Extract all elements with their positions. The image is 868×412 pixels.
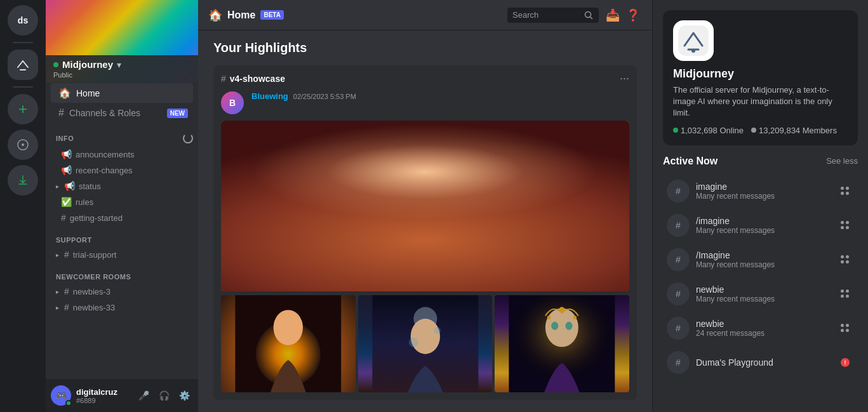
card-more-button[interactable]: ··· bbox=[620, 72, 629, 85]
user-avatar[interactable]: 🎮 bbox=[51, 385, 71, 406]
svg-point-27 bbox=[566, 322, 573, 330]
message-author: Bluewing bbox=[251, 91, 288, 101]
highlights-title: Your Highlights bbox=[213, 41, 637, 55]
channel-status[interactable]: ▸ 📢 status bbox=[51, 178, 193, 194]
new-badge: NEW bbox=[167, 109, 188, 118]
hash-icon: # bbox=[61, 213, 66, 223]
svg-point-7 bbox=[401, 185, 413, 200]
channel-recent-changes[interactable]: 📢 recent-changes bbox=[51, 163, 193, 178]
active-channel-icon-2: # bbox=[667, 248, 690, 271]
loading-indicator bbox=[183, 133, 193, 143]
server-stats: 1,032,698 Online 13,209,834 Members bbox=[673, 126, 837, 135]
message-meta: Bluewing 02/25/2023 5:53 PM bbox=[251, 91, 629, 101]
active-info-1: /imagine Many recent messages bbox=[696, 216, 830, 235]
user-bar: 🎮 digitalcruz #6889 🎤 🎧 ⚙️ bbox=[46, 379, 198, 412]
search-icon bbox=[584, 10, 594, 20]
add-server-button[interactable]: + bbox=[8, 94, 38, 124]
server-online-indicator bbox=[53, 62, 58, 67]
server-menu-icon: ▾ bbox=[117, 60, 121, 70]
channel-rules[interactable]: ✅ rules bbox=[51, 194, 193, 209]
channel-list: Midjourney ▾ Public 🏠 Home # Channels & … bbox=[46, 0, 198, 412]
online-dot bbox=[673, 128, 678, 133]
active-sub-3: Many recent messages bbox=[696, 295, 830, 303]
collapse-arrow-icon-2: ▸ bbox=[56, 251, 59, 258]
activity-alert-5: ! bbox=[841, 358, 850, 367]
members-count: 13,209,834 Members bbox=[759, 126, 837, 135]
server-icon-midjourney[interactable] bbox=[8, 50, 38, 80]
active-now-title: Active Now bbox=[663, 156, 718, 167]
active-sub-0: Many recent messages bbox=[696, 192, 830, 201]
channel-getting-started[interactable]: # getting-started bbox=[51, 210, 193, 225]
active-name-4: newbie bbox=[696, 319, 830, 329]
channel-trial-support[interactable]: ▸ # trial-support bbox=[51, 247, 193, 262]
channel-newbies-3[interactable]: ▸ # newbies-3 bbox=[51, 284, 193, 299]
server-description: The official server for Midjourney, a te… bbox=[673, 84, 848, 119]
active-name-2: /Imagine bbox=[696, 250, 830, 260]
user-status-dot bbox=[65, 400, 72, 406]
portrait-image bbox=[221, 121, 629, 291]
channel-newbies-33[interactable]: ▸ # newbies-33 bbox=[51, 300, 193, 315]
activity-dots-1 bbox=[841, 221, 850, 230]
svg-point-8 bbox=[437, 185, 450, 200]
section-support: SUPPORT bbox=[46, 226, 198, 246]
channel-scroll: 🏠 Home # Channels & Roles NEW INFO 📢 ann… bbox=[46, 83, 198, 379]
members-dot bbox=[751, 128, 756, 133]
active-item-1[interactable]: # /imagine Many recent messages bbox=[663, 209, 858, 242]
sidebar-divider bbox=[13, 42, 33, 43]
mute-button[interactable]: 🎤 bbox=[135, 387, 152, 404]
grid-image-3 bbox=[495, 295, 629, 392]
active-item-3[interactable]: # newbie Many recent messages bbox=[663, 277, 858, 310]
active-name-0: imagine bbox=[696, 182, 830, 192]
svg-point-18 bbox=[409, 338, 418, 347]
active-channel-icon-0: # bbox=[667, 180, 690, 203]
inbox-button[interactable]: 📥 bbox=[604, 6, 622, 24]
rules-icon: ✅ bbox=[61, 197, 72, 207]
deafen-button[interactable]: 🎧 bbox=[155, 387, 173, 404]
sidebar-item-channels-roles[interactable]: # Channels & Roles NEW bbox=[51, 103, 193, 123]
download-button[interactable] bbox=[8, 165, 38, 196]
home-icon: 🏠 bbox=[58, 87, 71, 99]
active-item-2[interactable]: # /Imagine Many recent messages bbox=[663, 243, 858, 276]
activity-dots-4 bbox=[841, 324, 850, 333]
home-header-icon: 🏠 bbox=[208, 8, 222, 22]
active-item-4[interactable]: # newbie 24 recent messages bbox=[663, 312, 858, 345]
svg-point-6 bbox=[366, 141, 484, 274]
channel-hash-icon: # bbox=[221, 74, 226, 84]
avatar-inner: B bbox=[221, 91, 244, 114]
grid-image-2 bbox=[358, 295, 493, 392]
server-header: Midjourney ▾ Public bbox=[46, 0, 198, 83]
see-less-button[interactable]: See less bbox=[826, 156, 858, 166]
sidebar-divider-2 bbox=[13, 86, 33, 88]
svg-point-9 bbox=[407, 207, 410, 209]
server-public-badge: Public bbox=[53, 71, 121, 79]
active-sub-1: Many recent messages bbox=[696, 226, 830, 235]
announcement-icon-3: 📢 bbox=[64, 181, 75, 191]
online-stat: 1,032,698 Online bbox=[673, 126, 744, 135]
section-info: INFO bbox=[46, 123, 198, 146]
explore-servers-button[interactable] bbox=[8, 130, 38, 160]
image-grid-three bbox=[213, 295, 637, 400]
members-stat: 13,209,834 Members bbox=[751, 126, 837, 135]
active-channel-icon-4: # bbox=[667, 317, 690, 340]
active-indicator-1 bbox=[836, 216, 854, 234]
active-item-0[interactable]: # imagine Many recent messages bbox=[663, 175, 858, 208]
active-name-1: /imagine bbox=[696, 216, 830, 226]
channel-name: trial-support bbox=[73, 250, 117, 260]
svg-point-14 bbox=[274, 310, 303, 345]
active-sub-4: 24 recent messages bbox=[696, 329, 830, 338]
hash-icon-3: # bbox=[64, 286, 69, 296]
svg-point-22 bbox=[545, 308, 578, 347]
channel-announcements[interactable]: 📢 announcements bbox=[51, 147, 193, 162]
search-box[interactable]: Search bbox=[507, 8, 599, 23]
active-item-5[interactable]: # Duma's Playground ! bbox=[663, 346, 858, 379]
sidebar-icons: ds + bbox=[0, 0, 46, 412]
main-body: Your Highlights # v4-showcase ··· B Blue… bbox=[198, 30, 652, 412]
svg-point-24 bbox=[547, 316, 551, 319]
server-name-bar[interactable]: Midjourney ▾ Public bbox=[46, 55, 198, 83]
activity-dots-0 bbox=[841, 187, 850, 196]
sidebar-item-home[interactable]: 🏠 Home bbox=[51, 83, 193, 103]
direct-messages-icon[interactable]: ds bbox=[8, 5, 38, 36]
settings-button[interactable]: ⚙️ bbox=[175, 387, 193, 404]
help-button[interactable]: ❓ bbox=[624, 6, 642, 24]
svg-point-2 bbox=[22, 143, 24, 146]
